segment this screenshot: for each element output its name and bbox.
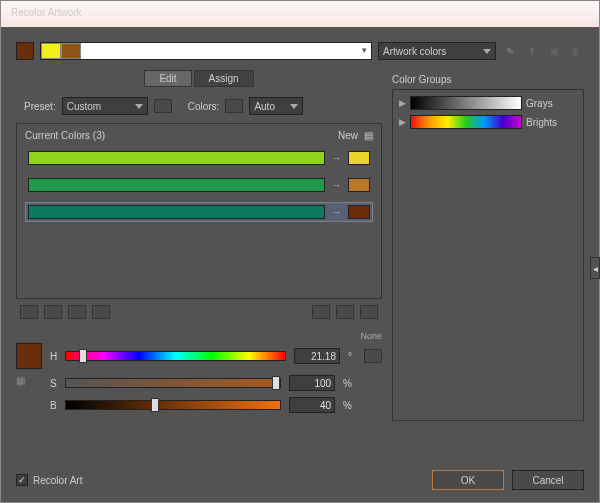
bri-value[interactable]: [289, 397, 335, 413]
colors-dropdown[interactable]: Auto: [249, 97, 303, 115]
caret-down-icon: [135, 104, 143, 109]
randomize-order-icon[interactable]: [336, 305, 354, 319]
caret-down-icon: [483, 49, 491, 54]
titlebar: Recolor Artwork: [1, 1, 599, 27]
recolor-art-label: Recolor Art: [33, 475, 82, 486]
sat-row: ▦ S %: [16, 375, 382, 391]
group-preview: [410, 96, 522, 110]
exclude-icon[interactable]: [68, 305, 86, 319]
tabs: Edit Assign: [16, 70, 382, 87]
harmony-caret-icon[interactable]: ▾: [362, 45, 367, 55]
color-source-dropdown[interactable]: Artwork colors: [378, 42, 496, 60]
right-pane: Color Groups ▶Grays▶Brights: [392, 70, 584, 421]
color-source-label: Artwork colors: [383, 46, 446, 57]
tab-edit[interactable]: Edit: [144, 70, 191, 87]
current-color-bar[interactable]: [28, 178, 325, 192]
sat-value[interactable]: [289, 375, 335, 391]
current-colors-header: Current Colors (3): [25, 130, 105, 141]
sat-slider[interactable]: [65, 378, 281, 388]
slider-block: None H ° ▦ S %: [16, 331, 382, 413]
group-name: Brights: [526, 117, 557, 128]
cube-icon[interactable]: ▦: [16, 375, 42, 391]
colors-label: Colors:: [188, 101, 220, 112]
hue-value[interactable]: [294, 348, 340, 364]
recolor-artwork-dialog: Recolor Artwork ▾ Artwork colors ✎ ⬆ ▣ 🗑…: [0, 0, 600, 503]
link-harmony-icon[interactable]: [225, 99, 243, 113]
harmony-bar[interactable]: ▾: [40, 42, 372, 60]
new-color-swatch[interactable]: [348, 205, 370, 219]
top-row: ▾ Artwork colors ✎ ⬆ ▣ 🗑: [16, 42, 584, 60]
separate-icon[interactable]: [44, 305, 62, 319]
save-group-icon[interactable]: ⬆: [524, 43, 540, 59]
color-row[interactable]: →: [25, 175, 373, 195]
disclosure-triangle-icon[interactable]: ▶: [399, 98, 406, 108]
hue-unit: °: [348, 351, 352, 362]
color-row[interactable]: →: [25, 148, 373, 168]
randomize-sat-icon[interactable]: [360, 305, 378, 319]
current-color-bar[interactable]: [28, 151, 325, 165]
find-colors-icon[interactable]: [312, 305, 330, 319]
tab-assign[interactable]: Assign: [194, 70, 254, 87]
preset-label: Preset:: [24, 101, 56, 112]
color-group-row[interactable]: ▶Brights: [399, 115, 577, 129]
cancel-button[interactable]: Cancel: [512, 470, 584, 490]
active-color-swatch[interactable]: [16, 42, 34, 60]
bri-row: B %: [16, 397, 382, 413]
color-rows: →→→: [25, 148, 373, 222]
arrow-right-icon[interactable]: →: [331, 179, 342, 191]
eyedropper-icon[interactable]: ✎: [502, 43, 518, 59]
recolor-art-checkbox[interactable]: ✓: [16, 474, 28, 486]
caret-down-icon: [290, 104, 298, 109]
folder-icon[interactable]: ▣: [546, 43, 562, 59]
left-pane: Edit Assign Preset: Custom Colors: Auto: [16, 70, 382, 421]
preset-options-icon[interactable]: [154, 99, 172, 113]
harmony-color-1[interactable]: [41, 43, 61, 59]
main-area: Edit Assign Preset: Custom Colors: Auto: [16, 70, 584, 421]
hue-row: H °: [16, 343, 382, 369]
arrow-right-icon[interactable]: →: [331, 152, 342, 164]
trash-icon[interactable]: 🗑: [568, 43, 584, 59]
preset-dropdown[interactable]: Custom: [62, 97, 148, 115]
none-label: None: [360, 331, 382, 341]
color-list-header: Current Colors (3) New ▤: [25, 130, 373, 141]
color-row[interactable]: →: [25, 202, 373, 222]
panel-collapse-toggle[interactable]: ◂: [590, 257, 600, 279]
sat-unit: %: [343, 378, 352, 389]
preset-row: Preset: Custom Colors: Auto: [24, 97, 382, 115]
harmony-color-2[interactable]: [61, 43, 81, 59]
new-color-swatch[interactable]: [348, 178, 370, 192]
group-preview: [410, 115, 522, 129]
bri-unit: %: [343, 400, 352, 411]
dialog-content: ▾ Artwork colors ✎ ⬆ ▣ 🗑 Edit Assign Pre…: [1, 27, 599, 502]
color-group-row[interactable]: ▶Grays: [399, 96, 577, 110]
hue-slider[interactable]: [65, 351, 286, 361]
group-name: Grays: [526, 98, 553, 109]
arrow-right-icon[interactable]: →: [331, 206, 342, 218]
merge-icon[interactable]: [20, 305, 38, 319]
window-title: Recolor Artwork: [11, 7, 82, 18]
color-groups-list: ▶Grays▶Brights: [392, 89, 584, 421]
h-label: H: [50, 351, 57, 362]
disclosure-triangle-icon[interactable]: ▶: [399, 117, 406, 127]
new-header: New: [338, 130, 358, 141]
preview-swatch[interactable]: [16, 343, 42, 369]
color-groups-header: Color Groups: [392, 74, 584, 85]
s-label: S: [50, 378, 57, 389]
new-color-swatch[interactable]: [348, 151, 370, 165]
slider-mode-icon[interactable]: [364, 349, 382, 363]
b-label: B: [50, 400, 57, 411]
ok-button[interactable]: OK: [432, 470, 504, 490]
new-row-icon[interactable]: [92, 305, 110, 319]
bri-slider[interactable]: [65, 400, 281, 410]
list-menu-icon[interactable]: ▤: [364, 130, 373, 141]
list-toolbar: [16, 305, 382, 319]
color-list: Current Colors (3) New ▤ →→→: [16, 123, 382, 299]
footer: ✓ Recolor Art OK Cancel: [16, 470, 584, 490]
current-color-bar[interactable]: [28, 205, 325, 219]
